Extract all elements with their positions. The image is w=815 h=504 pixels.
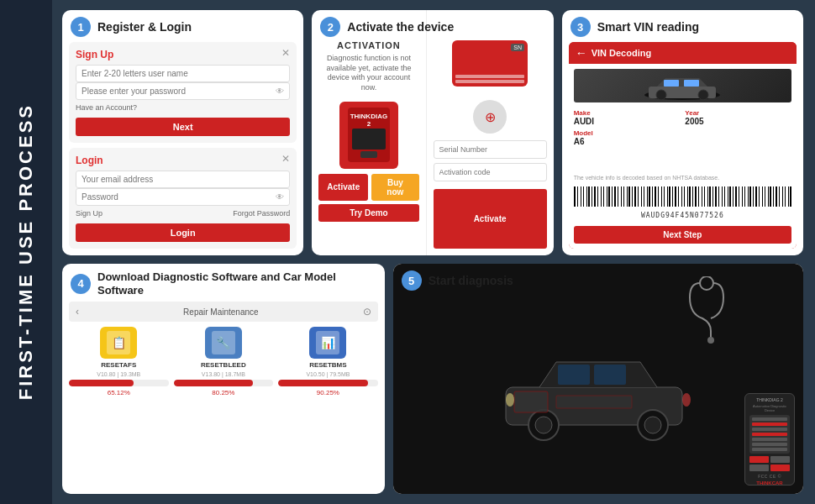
login-button[interactable]: Login [76,223,290,242]
activate-button[interactable]: Activate [318,174,368,201]
eye-icon[interactable]: 👁 [276,87,284,96]
login-card: Login ✕ 👁 Sign Up Forgot Password Login [69,148,297,249]
software-item: 📊RESETBMSV10.50 | 79.5MB90.25% [278,327,378,396]
signup-link[interactable]: Sign Up [76,209,103,218]
login-password-row: 👁 [76,188,290,206]
device-line-1 [455,75,524,78]
login-close[interactable]: ✕ [281,153,290,165]
next-step-button[interactable]: Next Step [574,226,791,244]
software-name: RESETBMS [309,361,346,369]
activation-icon: ⊕ [473,100,507,134]
panel-download: 4 Download Diagnostic Software and Car M… [62,264,385,494]
obd-btn-4 [770,465,790,471]
main-content: 1 Register & Login Sign Up ✕ 👁 Have an A… [52,0,815,504]
svg-point-15 [506,393,514,407]
panel4-header: 4 Download Diagnostic Software and Car M… [62,264,385,302]
software-version: V13.80 | 18.7MB [202,371,245,377]
forgot-password-link[interactable]: Forgot Password [233,209,290,218]
obd-screen [749,415,790,454]
login-password-input[interactable] [82,192,276,202]
vin-make-value: AUDI [574,117,681,126]
signup-password-input[interactable] [82,87,276,96]
activation-circle-icon: ⊕ [485,109,496,125]
signup-card: Sign Up ✕ 👁 Have an Account? Next [69,42,297,143]
obd-line-2 [752,428,787,431]
buynow-button[interactable]: Buy now [371,174,418,201]
svg-rect-7 [558,365,590,385]
activation-code-input[interactable] [434,163,547,181]
device-image: THINKDIAG 2 [339,102,398,169]
step5-badge: 5 [402,270,422,291]
vin-number: WAUDG94F45N077526 [574,212,791,219]
obd-fcc: FCC CE © [758,474,781,479]
svg-rect-4 [664,80,679,87]
progress-percent: 90.25% [317,389,339,396]
software-icon: 📊 [316,331,339,354]
software-icon: 🔧 [212,331,235,354]
step1-badge: 1 [71,17,91,37]
email-input[interactable] [76,171,290,188]
svg-rect-8 [594,365,626,385]
svg-rect-13 [514,391,548,412]
activation-desc: Diagnostic function is not available yet… [318,54,418,93]
signup-password-row: 👁 [76,82,290,100]
software-version: V10.50 | 79.5MB [306,371,350,377]
demo-button[interactable]: Try Demo [318,204,418,222]
vin-make-field: Make AUDI [574,109,681,126]
obd-line-5 [752,448,787,451]
sn-badge: SN [511,44,524,51]
progress-bar-fill [174,380,254,386]
top-row: 1 Register & Login Sign Up ✕ 👁 Have an A… [62,10,803,255]
step3-title: Smart VIN reading [597,20,699,34]
panel-diagnosis: 5 Start diagnosis [393,264,803,494]
activation-content: ACTIVATION Diagnostic function is not av… [312,40,425,102]
signup-hint: Have an Account? [76,103,290,112]
sn-area: SN [455,44,524,51]
login-eye-icon[interactable]: 👁 [276,192,284,202]
stethoscope-svg [686,276,728,344]
activation-title: ACTIVATION [318,40,418,50]
thinkcar-logo: THINKCAR [756,480,782,486]
left-banner: FIRST-TIME USE PROCESS [0,0,52,504]
obd-buttons [749,456,790,471]
signup-close[interactable]: ✕ [281,47,290,59]
software-icon: 📋 [107,331,130,354]
obd-line-3 [752,438,787,441]
obd-device: THINKDIAG 2 Automotive Diagnostic Device [744,393,795,486]
panel1-header: 1 Register & Login [62,10,303,42]
obd-btn-1 [749,456,769,463]
panel1-body: Sign Up ✕ 👁 Have an Account? Next Login … [62,42,303,255]
device-top-view: SN [452,40,528,87]
login-label: Login [76,155,290,166]
vin-car-image [574,69,791,102]
obd-btn-row-2 [749,465,790,471]
obd-red-line-1 [752,423,787,426]
software-version: V10.80 | 19.3MB [97,371,140,377]
step5-title: Start diagnosis [429,274,513,287]
username-input[interactable] [76,65,290,82]
obd-btn-row-1 [749,456,790,463]
obd-sub: Automotive Diagnostic Device [749,404,791,412]
svg-rect-14 [556,396,632,408]
step1-title: Register & Login [97,20,192,34]
vin-screen-header: ← VIN Decoding [569,42,797,64]
repair-download-icon[interactable]: ⊙ [363,306,371,318]
obd-brand: THINKDIAG 2 [756,397,782,402]
vin-body: Make AUDI Year 2005 Model A6 The vehicle… [569,64,797,249]
svg-point-18 [707,337,714,344]
panel-register-login: 1 Register & Login Sign Up ✕ 👁 Have an A… [62,10,303,255]
next-button[interactable]: Next [76,118,290,136]
serial-number-input[interactable] [434,140,547,159]
activate-left: ACTIVATION Diagnostic function is not av… [312,10,426,255]
software-icon-box: 📋 [100,327,137,359]
vin-barcode [574,186,791,207]
panel-activate: 2 Activate the device ACTIVATION Diagnos… [312,10,553,255]
software-grid: 📋RESETAFSV10.80 | 19.3MB65.12%🔧RESETBLEE… [62,327,385,403]
vin-title: VIN Decoding [592,48,652,58]
step4-badge: 4 [71,274,91,294]
vin-make-label: Make [574,109,681,117]
right-activate-button[interactable]: Activate [434,189,547,249]
vin-back-icon[interactable]: ← [576,46,587,60]
progress-percent: 80.25% [212,389,234,396]
vin-year-field: Year 2005 [685,109,791,126]
